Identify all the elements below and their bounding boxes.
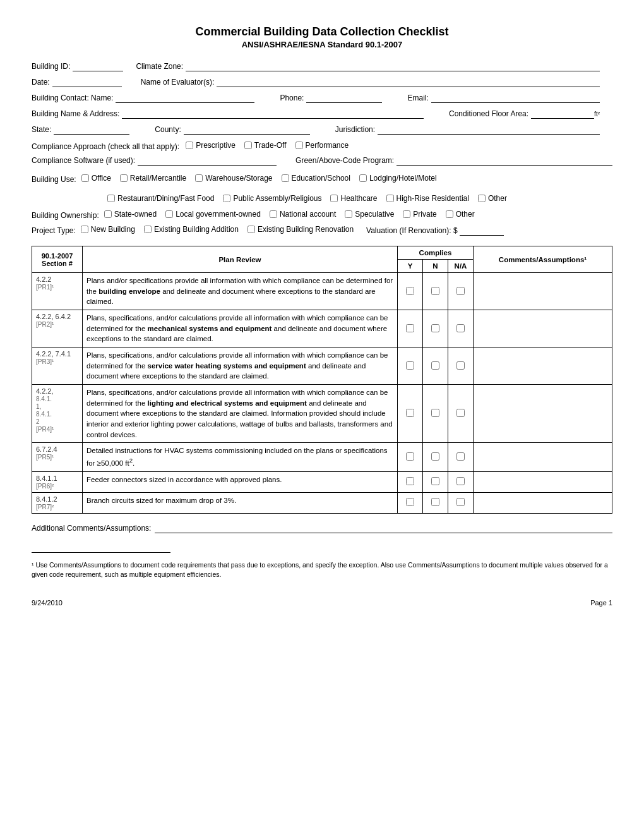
own-speculative-checkbox[interactable]	[345, 210, 352, 218]
row-comments-2[interactable]	[474, 348, 612, 385]
row-comments-1[interactable]	[474, 310, 612, 348]
row-na-3[interactable]	[448, 385, 474, 443]
checkbox-y-4[interactable]	[406, 452, 414, 461]
checkbox-y-3[interactable]	[406, 409, 414, 417]
proj-renovation-checkbox[interactable]	[247, 226, 255, 233]
checkbox-na-2[interactable]	[456, 361, 465, 370]
checkbox-na-0[interactable]	[456, 287, 465, 295]
use-education-item[interactable]: Education/School	[282, 171, 350, 186]
checkbox-n-4[interactable]	[431, 452, 439, 461]
jurisdiction-field[interactable]	[378, 125, 600, 135]
use-office-item[interactable]: Office	[81, 171, 111, 186]
row-y-1[interactable]	[398, 310, 423, 348]
use-office-checkbox[interactable]	[81, 174, 89, 182]
row-na-1[interactable]	[448, 310, 474, 348]
use-other-checkbox[interactable]	[478, 195, 486, 202]
evaluator-field[interactable]	[217, 78, 600, 87]
checkbox-na-6[interactable]	[456, 498, 465, 506]
own-private-item[interactable]: Private	[403, 210, 436, 219]
checkbox-na-4[interactable]	[456, 452, 465, 461]
use-restaurant-item[interactable]: Restaurant/Dining/Fast Food	[107, 191, 214, 206]
row-n-3[interactable]	[423, 385, 448, 443]
building-id-field[interactable]	[73, 62, 123, 71]
checkbox-na-3[interactable]	[456, 409, 465, 417]
row-comments-5[interactable]	[474, 471, 612, 492]
green-program-field[interactable]	[397, 156, 612, 166]
row-y-3[interactable]	[398, 385, 423, 443]
checkbox-n-6[interactable]	[431, 498, 439, 506]
valuation-field[interactable]	[460, 226, 504, 236]
row-n-6[interactable]	[423, 492, 448, 513]
row-n-0[interactable]	[423, 273, 448, 310]
row-y-0[interactable]	[398, 273, 423, 310]
conditioned-area-field[interactable]	[531, 109, 594, 119]
proj-new-item[interactable]: New Building	[81, 225, 135, 234]
use-warehouse-checkbox[interactable]	[195, 174, 203, 182]
row-comments-3[interactable]	[474, 385, 612, 443]
contact-name-field[interactable]	[116, 94, 254, 103]
row-n-2[interactable]	[423, 348, 448, 385]
row-na-2[interactable]	[448, 348, 474, 385]
checkbox-y-2[interactable]	[406, 361, 414, 370]
prescriptive-checkbox-item[interactable]: Prescriptive	[186, 141, 236, 150]
row-na-0[interactable]	[448, 273, 474, 310]
checkbox-n-1[interactable]	[431, 324, 439, 332]
checkbox-na-1[interactable]	[456, 324, 465, 332]
own-other-item[interactable]: Other	[446, 210, 475, 219]
own-national-item[interactable]: National account	[270, 210, 336, 219]
use-warehouse-item[interactable]: Warehouse/Storage	[195, 171, 272, 186]
tradeoff-checkbox[interactable]	[244, 142, 252, 149]
own-local-checkbox[interactable]	[165, 210, 173, 218]
proj-addition-checkbox[interactable]	[144, 226, 152, 233]
checkbox-n-3[interactable]	[431, 409, 439, 417]
checkbox-n-5[interactable]	[431, 477, 439, 485]
use-assembly-checkbox[interactable]	[223, 195, 230, 202]
own-state-checkbox[interactable]	[104, 210, 112, 218]
tradeoff-checkbox-item[interactable]: Trade-Off	[244, 141, 287, 150]
checkbox-na-5[interactable]	[456, 477, 465, 485]
use-highrise-checkbox[interactable]	[386, 195, 394, 202]
checkbox-y-6[interactable]	[406, 498, 414, 506]
date-field[interactable]	[52, 78, 122, 87]
use-other-item[interactable]: Other	[478, 191, 507, 206]
climate-zone-field[interactable]	[186, 62, 600, 71]
own-other-checkbox[interactable]	[446, 210, 453, 218]
county-field[interactable]	[184, 125, 310, 135]
use-lodging-checkbox[interactable]	[359, 174, 367, 182]
performance-checkbox[interactable]	[295, 142, 303, 149]
row-y-5[interactable]	[398, 471, 423, 492]
proj-addition-item[interactable]: Existing Building Addition	[144, 225, 239, 234]
own-speculative-item[interactable]: Speculative	[345, 210, 394, 219]
use-healthcare-checkbox[interactable]	[330, 195, 338, 202]
row-y-6[interactable]	[398, 492, 423, 513]
use-healthcare-item[interactable]: Healthcare	[330, 191, 377, 206]
checkbox-y-1[interactable]	[406, 324, 414, 332]
phone-field[interactable]	[306, 94, 382, 103]
use-education-checkbox[interactable]	[282, 174, 289, 182]
row-n-4[interactable]	[423, 443, 448, 471]
row-n-1[interactable]	[423, 310, 448, 348]
own-state-item[interactable]: State-owned	[104, 210, 157, 219]
email-field[interactable]	[431, 94, 600, 103]
use-restaurant-checkbox[interactable]	[107, 195, 115, 202]
row-y-2[interactable]	[398, 348, 423, 385]
use-retail-checkbox[interactable]	[120, 174, 128, 182]
own-national-checkbox[interactable]	[270, 210, 277, 218]
checkbox-n-2[interactable]	[431, 361, 439, 370]
row-y-4[interactable]	[398, 443, 423, 471]
row-na-6[interactable]	[448, 492, 474, 513]
building-name-field[interactable]	[122, 109, 424, 119]
proj-renovation-item[interactable]: Existing Building Renovation	[247, 225, 354, 234]
use-assembly-item[interactable]: Public Assembly/Religious	[223, 191, 321, 206]
checkbox-y-5[interactable]	[406, 477, 414, 485]
row-comments-6[interactable]	[474, 492, 612, 513]
checkbox-n-0[interactable]	[431, 287, 439, 295]
use-highrise-item[interactable]: High-Rise Residential	[386, 191, 469, 206]
prescriptive-checkbox[interactable]	[186, 142, 193, 149]
row-comments-0[interactable]	[474, 273, 612, 310]
own-private-checkbox[interactable]	[403, 210, 410, 218]
performance-checkbox-item[interactable]: Performance	[295, 141, 349, 150]
row-na-5[interactable]	[448, 471, 474, 492]
own-local-item[interactable]: Local government-owned	[165, 210, 261, 219]
state-field[interactable]	[54, 125, 129, 135]
